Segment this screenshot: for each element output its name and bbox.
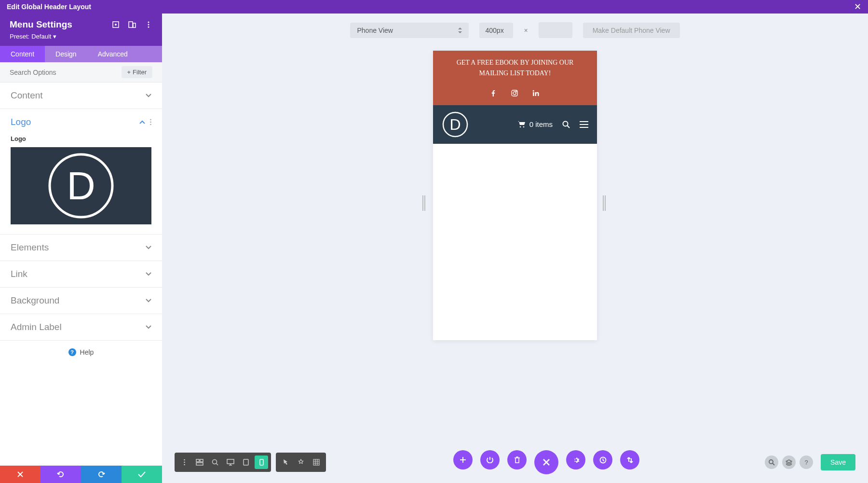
select-arrows-icon [458,28,462,33]
toolbar-dark-left [175,453,271,472]
search-icon[interactable] [562,121,570,128]
section-header-content[interactable]: Content [0,83,162,109]
logo-preview[interactable]: D [11,147,151,224]
logo-field-label: Logo [11,135,151,142]
sections-list: Content Logo Logo D Element [0,83,162,466]
search-row: + Filter [0,62,162,83]
section-header-elements[interactable]: Elements [0,235,162,261]
desktop-icon[interactable] [224,455,237,469]
nav-bar: D 0 items [433,105,597,144]
hamburger-icon[interactable] [580,121,588,128]
svg-rect-2 [129,22,133,28]
undo-button[interactable] [41,466,81,483]
svg-rect-32 [313,459,319,465]
zoom-icon[interactable] [208,455,222,469]
svg-rect-3 [133,23,136,28]
section-link: Link [0,261,162,288]
portability-button[interactable] [620,450,639,469]
search-input[interactable] [10,69,122,76]
click-icon[interactable] [279,455,292,469]
trash-button[interactable] [507,450,527,469]
svg-point-13 [513,92,516,95]
section-content: Content [0,83,162,109]
svg-point-24 [184,464,185,466]
section-elements: Elements [0,235,162,261]
device-select[interactable]: Phone View [350,23,469,38]
svg-point-1 [115,24,117,26]
cart-icon [517,121,526,128]
svg-point-4 [148,22,149,23]
close-button[interactable] [534,450,558,474]
menu-header: Menu Settings Preset: Default ▾ [0,14,162,46]
make-default-button[interactable]: Make Default Phone View [583,23,680,38]
more-icon[interactable] [150,119,151,125]
width-input[interactable] [479,23,513,38]
section-header-admin-label[interactable]: Admin Label [0,314,162,340]
resize-handle-right[interactable] [603,195,608,211]
cancel-button[interactable] [0,466,41,483]
history-button[interactable] [593,450,612,469]
layers-icon[interactable] [782,455,796,469]
more-icon[interactable] [145,21,152,28]
search-circle-icon[interactable] [765,455,778,469]
resize-handle-left[interactable] [422,195,427,211]
nav-logo[interactable]: D [442,111,469,138]
svg-point-6 [148,27,149,28]
responsive-icon[interactable] [128,21,136,28]
linkedin-icon[interactable] [532,90,540,97]
help-circle-icon[interactable]: ? [800,455,813,469]
hover-mode-icon[interactable] [294,455,308,469]
save-main-button[interactable]: Save [821,454,855,470]
promo-banner: GET A FREE EBOOK BY JOINING OUR MAILING … [433,51,597,86]
cart-link[interactable]: 0 items [517,120,553,128]
section-header-background[interactable]: Background [0,288,162,314]
section-admin-label: Admin Label [0,314,162,341]
tablet-icon[interactable] [239,455,253,469]
save-button[interactable] [122,466,162,483]
svg-point-8 [150,122,151,123]
tab-content[interactable]: Content [0,46,45,62]
social-row [433,86,597,105]
menu-title: Menu Settings [10,19,72,30]
svg-point-14 [516,91,516,92]
tab-design[interactable]: Design [45,46,87,62]
wireframe-icon[interactable] [193,455,206,469]
phone-icon[interactable] [255,455,268,469]
instagram-icon[interactable] [511,90,519,97]
canvas-area: Phone View × Make Default Phone View GET… [162,14,868,483]
svg-point-23 [184,462,185,463]
close-icon[interactable]: ✕ [854,1,861,12]
filter-button[interactable]: + Filter [122,66,152,78]
chevron-down-icon [146,325,151,329]
chevron-down-icon [146,272,151,276]
add-button[interactable] [453,450,473,469]
top-bar: Edit Global Header Layout ✕ [0,0,868,14]
bottom-actions [0,466,162,483]
svg-point-7 [150,119,151,121]
svg-rect-25 [196,459,199,462]
help-icon: ? [68,348,76,356]
svg-point-19 [519,126,521,128]
grid-icon[interactable] [310,455,323,469]
purple-circles [453,450,639,474]
tab-advanced[interactable]: Advanced [87,46,138,62]
svg-rect-30 [244,459,248,465]
svg-point-22 [184,459,185,461]
power-button[interactable] [480,450,500,469]
svg-point-16 [533,90,534,91]
more-icon[interactable] [177,455,191,469]
tabs: Content Design Advanced [0,46,162,62]
preset-selector[interactable]: Preset: Default ▾ [10,33,152,40]
hover-icon[interactable] [112,21,120,28]
help-link[interactable]: ? Help [0,341,162,364]
section-header-logo[interactable]: Logo [0,109,162,135]
sidebar: Menu Settings Preset: Default ▾ Content … [0,14,162,483]
section-header-link[interactable]: Link [0,261,162,287]
facebook-icon[interactable] [490,90,498,97]
size-separator: × [524,27,528,34]
redo-button[interactable] [81,466,122,483]
svg-point-5 [148,24,149,26]
settings-button[interactable] [566,450,585,469]
svg-point-9 [150,124,151,125]
height-input[interactable] [539,22,572,38]
